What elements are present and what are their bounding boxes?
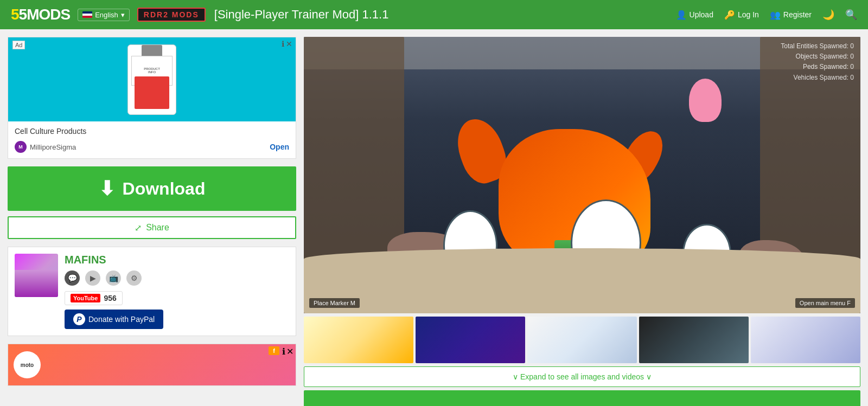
share-icon: ⤢ (135, 223, 142, 233)
author-name[interactable]: MAFINS (65, 254, 289, 266)
youtube-count: 956 (104, 294, 116, 302)
paypal-logo: P (73, 313, 85, 325)
flipkart-badge: f (269, 346, 279, 355)
site-logo[interactable]: 55MODS (11, 6, 70, 23)
ad-info-icon[interactable]: ℹ (282, 40, 284, 48)
download-label: Download (123, 179, 206, 199)
bottom-ad-container: ℹ ✕ moto f (8, 344, 296, 386)
author-card: MAFINS 💬 ▶ 📺 ⚙ YouTube 956 P (8, 247, 296, 336)
author-social-links: 💬 ▶ 📺 ⚙ (65, 270, 289, 286)
bottom-ad-background: moto (8, 344, 296, 385)
language-selector[interactable]: English ▾ (78, 9, 130, 21)
avatar-car-image (15, 270, 58, 297)
main-layout: Ad ℹ ✕ PRODUCTINFO Cell Culture Products (0, 29, 868, 406)
ad-label: Ad (12, 41, 25, 49)
ad-image-area: PRODUCTINFO (8, 37, 296, 121)
ad-product-image: PRODUCTINFO (127, 44, 176, 115)
logo-text: 5MODS (19, 6, 71, 23)
stat-vehicles: Vehicles Spawned: 0 (781, 73, 854, 83)
flag-icon (82, 11, 92, 18)
bottom-ad-close[interactable]: ℹ ✕ (282, 346, 293, 357)
thumbnail-row (304, 317, 860, 363)
company-logo: M (15, 141, 27, 153)
screenshot-bottom-ui: Place Marker M Open main menu F (309, 298, 855, 308)
bottle-cap (142, 45, 162, 56)
paypal-donate-button[interactable]: P Donate with PayPal (65, 310, 163, 329)
green-bottom-bar (304, 390, 860, 406)
theme-toggle-icon[interactable]: 🌙 (822, 9, 834, 21)
author-comment-icon[interactable]: 💬 (65, 270, 80, 286)
youtube-badge[interactable]: YouTube 956 (65, 291, 123, 305)
bottle-liquid (135, 76, 169, 109)
navbar: 55MODS English ▾ RDR2 MODS [Single-Playe… (0, 0, 868, 29)
login-icon: 🔑 (724, 10, 735, 20)
ad-close-icon[interactable]: ✕ (286, 40, 292, 48)
ad-open-button[interactable]: Open (270, 143, 289, 151)
stat-peds: Peds Spawned: 0 (781, 62, 854, 72)
ad-container: Ad ℹ ✕ PRODUCTINFO Cell Culture Products (8, 37, 296, 159)
register-icon: 👥 (770, 10, 781, 20)
left-sidebar: Ad ℹ ✕ PRODUCTINFO Cell Culture Products (0, 29, 304, 406)
thumbnail-5[interactable] (751, 317, 860, 363)
author-twitch-icon[interactable]: 📺 (106, 270, 121, 286)
main-screenshot[interactable]: Total Entities Spawned: 0 Objects Spawne… (304, 37, 860, 313)
language-label: English (95, 11, 118, 19)
youtube-logo: YouTube (71, 294, 100, 302)
screenshot-stats: Total Entities Spawned: 0 Objects Spawne… (781, 41, 854, 83)
ad-footer: M MilliporeSigma Open (15, 141, 289, 153)
author-avatar (15, 254, 58, 297)
logo-number: 5 (11, 6, 19, 23)
upload-icon: 👤 (676, 10, 687, 20)
bottom-ad-info-icon[interactable]: ℹ (282, 346, 285, 357)
thumbnail-3[interactable] (527, 317, 637, 363)
author-top: MAFINS 💬 ▶ 📺 ⚙ YouTube 956 P (15, 254, 289, 329)
ad-product-name: Cell Culture Products (15, 127, 289, 136)
paypal-p: P (76, 315, 81, 324)
share-label: Share (146, 223, 169, 233)
upload-link[interactable]: 👤 Upload (676, 10, 713, 20)
game-scene (304, 37, 860, 313)
ad-company: M MilliporeSigma (15, 141, 76, 153)
download-icon: ⬇ (99, 177, 115, 200)
chevron-down-icon: ▾ (121, 11, 125, 19)
motorola-logo: moto (14, 351, 41, 378)
ad-close-button[interactable]: ℹ ✕ (282, 40, 292, 48)
company-name: MilliporeSigma (30, 143, 76, 151)
share-button[interactable]: ⤢ Share (8, 216, 296, 239)
page-title: [Single-Player Trainer Mod] 1.1.1 (214, 8, 676, 22)
bottle-label-text: PRODUCTINFO (144, 67, 160, 74)
download-button[interactable]: ⬇ Download (8, 166, 296, 211)
register-link[interactable]: 👥 Register (770, 10, 812, 20)
paypal-label: Donate with PayPal (88, 315, 155, 324)
author-info: MAFINS 💬 ▶ 📺 ⚙ YouTube 956 P (65, 254, 289, 329)
thumbnail-4[interactable] (639, 317, 749, 363)
author-github-icon[interactable]: ⚙ (126, 270, 142, 286)
login-link[interactable]: 🔑 Log In (724, 10, 759, 20)
pink-creature (689, 79, 722, 122)
hint-place-marker: Place Marker M (309, 298, 360, 308)
author-youtube-icon[interactable]: ▶ (85, 270, 100, 286)
ad-content: Cell Culture Products M MilliporeSigma O… (8, 121, 296, 158)
expand-images-bar[interactable]: ∨ Expand to see all images and videos ∨ (304, 366, 860, 387)
thumbnail-1[interactable] (304, 317, 413, 363)
right-content: Total Entities Spawned: 0 Objects Spawne… (304, 29, 868, 406)
stat-objects: Objects Spawned: 0 (781, 51, 854, 62)
bottom-ad-close-icon[interactable]: ✕ (286, 346, 293, 357)
search-icon[interactable]: 🔍 (845, 9, 857, 21)
rdr2-badge[interactable]: RDR2 MODS (137, 8, 206, 22)
stat-entities: Total Entities Spawned: 0 (781, 41, 854, 51)
navbar-right: 👤 Upload 🔑 Log In 👥 Register 🌙 🔍 (676, 9, 857, 21)
thumbnail-2[interactable] (416, 317, 525, 363)
hint-open-menu: Open main menu F (795, 298, 855, 308)
